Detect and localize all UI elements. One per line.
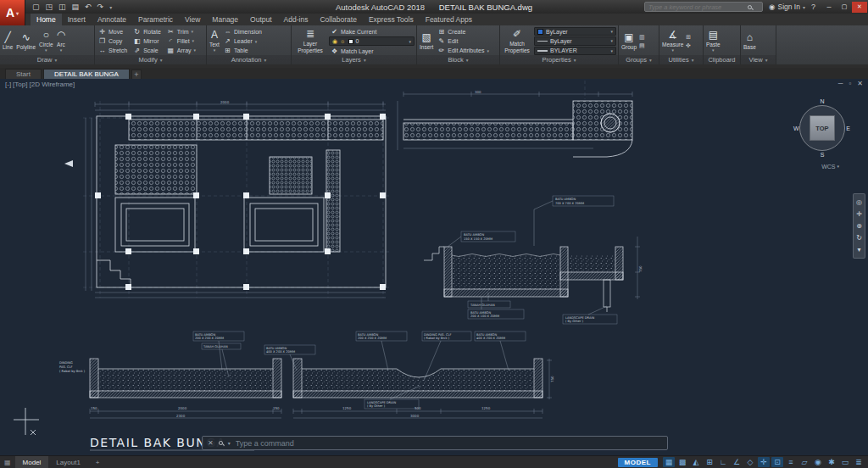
polyline-button[interactable]: ∿ Polyline: [15, 27, 36, 55]
tab-view[interactable]: View: [179, 14, 206, 25]
tab-featured-apps[interactable]: Featured Apps: [420, 14, 478, 25]
redo-icon[interactable]: ↷: [97, 3, 104, 11]
ungroup-icon[interactable]: ▥: [639, 34, 645, 41]
panel-properties-footer[interactable]: Properties ▾: [500, 55, 618, 64]
leader-button[interactable]: ↗ Leader ▾: [222, 37, 264, 46]
stretch-button[interactable]: ↔ Stretch: [97, 46, 129, 54]
maximize-button[interactable]: ▢: [837, 2, 852, 13]
match-layer-button[interactable]: ❖ Match Layer: [329, 47, 415, 55]
group-edit-icon[interactable]: ▤: [639, 42, 645, 49]
viewcube-south[interactable]: S: [821, 152, 825, 158]
tab-annotate[interactable]: Annotate: [92, 14, 132, 25]
object-snap-tracking-icon[interactable]: ✛: [758, 457, 770, 467]
mirror-button[interactable]: ◧ Mirror: [131, 36, 163, 45]
command-recent-icon[interactable]: ▾: [228, 440, 231, 446]
measure-button[interactable]: ∡ Measure ▾: [661, 27, 684, 55]
minimize-button[interactable]: ─: [821, 2, 837, 13]
grid-icon[interactable]: ▦: [663, 457, 675, 467]
tab-home[interactable]: Home: [31, 14, 62, 25]
viewcube-west[interactable]: W: [793, 125, 799, 131]
text-button[interactable]: A Text ▾: [209, 27, 220, 55]
rotate-button[interactable]: ↻ Rotate: [131, 27, 163, 36]
isodraft-icon[interactable]: ◇: [744, 457, 756, 467]
tab-manage[interactable]: Manage: [206, 14, 244, 25]
panel-layers-footer[interactable]: Layers ▾: [292, 55, 416, 64]
array-button[interactable]: ▦ Array ▾: [165, 46, 198, 54]
quick-access-caret-icon[interactable]: ▾: [109, 4, 112, 10]
plot-icon[interactable]: ▤: [72, 3, 80, 11]
ortho-icon[interactable]: ∟: [717, 457, 729, 467]
search-input[interactable]: [648, 3, 745, 11]
transparency-icon[interactable]: ▱: [798, 457, 810, 467]
snap-icon[interactable]: ▩: [676, 457, 688, 467]
arc-button[interactable]: ◠ Arc ▾: [56, 27, 66, 55]
viewcube-north[interactable]: N: [820, 98, 824, 104]
edit-attributes-button[interactable]: ✏ Edit Attributes ▾: [436, 47, 491, 55]
panel-annotation-footer[interactable]: Annotation ▾: [207, 55, 291, 64]
navbar-more-icon[interactable]: ▾: [857, 246, 860, 254]
add-layout-button[interactable]: +: [88, 456, 108, 468]
move-button[interactable]: ✛ Move: [97, 27, 129, 36]
search-icon[interactable]: [748, 5, 752, 9]
layout1-tab[interactable]: Layout1: [48, 456, 87, 468]
model-space-badge[interactable]: MODEL: [618, 458, 658, 467]
id-point-icon[interactable]: ✜: [686, 42, 691, 49]
command-input[interactable]: [236, 439, 662, 448]
pan-icon[interactable]: ✛: [856, 210, 862, 218]
file-tab-start[interactable]: Start: [5, 69, 42, 79]
help-search-box[interactable]: [644, 2, 763, 12]
paste-button[interactable]: ▤ Paste ▾: [705, 27, 721, 55]
viewcube-top-face[interactable]: TOP: [810, 115, 835, 141]
insert-button[interactable]: ▧ Insert: [419, 27, 434, 55]
create-block-button[interactable]: ⊞ Create: [436, 28, 491, 36]
group-button[interactable]: ▣ Group: [620, 27, 637, 55]
layout-tabs-menu-icon[interactable]: ▦: [0, 459, 15, 466]
tab-express-tools[interactable]: Express Tools: [363, 14, 420, 25]
sign-in-button[interactable]: ◉ Sign In ▾: [769, 3, 805, 11]
infer-constraints-icon[interactable]: ◭: [690, 457, 702, 467]
match-properties-button[interactable]: ✐ Match Properties: [502, 27, 532, 55]
lineweight-dropdown[interactable]: BYLAYER ▾: [534, 47, 616, 55]
tab-insert[interactable]: Insert: [62, 14, 92, 25]
dimension-button[interactable]: ⇔ Dimension: [222, 28, 264, 36]
quick-calc-icon[interactable]: ⊞: [686, 34, 691, 41]
file-tab-document[interactable]: DETAIL BAK BUNGA: [43, 69, 130, 79]
viewport-view-menu[interactable]: [Top]: [13, 81, 27, 88]
viewport-restore-icon[interactable]: ▫: [849, 80, 851, 87]
command-search-icon[interactable]: [219, 441, 223, 445]
linetype-dropdown[interactable]: ByLayer ▾: [534, 36, 616, 45]
drawing-viewport[interactable]: BATU AMBON 700 X 700 X 20MM BATU AMBON 1…: [0, 79, 868, 455]
panel-groups-footer[interactable]: Groups ▾: [619, 55, 659, 64]
command-line[interactable]: ✕ ▾: [202, 436, 668, 450]
steering-wheel-icon[interactable]: ◎: [856, 198, 862, 206]
panel-view-footer[interactable]: View ▾: [741, 55, 776, 64]
dynamic-input-icon[interactable]: ⊞: [704, 457, 715, 467]
undo-icon[interactable]: ↶: [85, 3, 92, 11]
wcs-menu[interactable]: WCS ▾: [821, 164, 839, 170]
viewcube[interactable]: TOP N S W E: [795, 101, 849, 155]
tab-collaborate[interactable]: Collaborate: [314, 14, 362, 25]
help-icon[interactable]: ?: [811, 3, 815, 11]
clean-screen-icon[interactable]: ▭: [839, 457, 851, 467]
customization-icon[interactable]: ≣: [853, 457, 865, 467]
make-current-button[interactable]: ✔ Make Current: [329, 27, 415, 36]
new-drawing-tab-button[interactable]: +: [131, 70, 142, 79]
viewcube-east[interactable]: E: [846, 125, 850, 131]
application-menu-button[interactable]: A ▾: [0, 0, 25, 25]
panel-modify-footer[interactable]: Modify ▾: [95, 55, 206, 64]
panel-block-footer[interactable]: Block ▾: [417, 55, 499, 64]
selection-cycling-icon[interactable]: ◉: [812, 457, 824, 467]
layer-properties-button[interactable]: ≣ Layer Properties: [293, 27, 327, 55]
viewport-minimize-icon[interactable]: ─: [838, 80, 843, 87]
object-snap-icon[interactable]: ⊡: [771, 457, 783, 467]
viewport-visual-style-menu[interactable]: [2D Wireframe]: [29, 81, 75, 88]
line-button[interactable]: ╱ Line: [2, 27, 14, 55]
open-icon[interactable]: ◳: [46, 3, 53, 11]
circle-button[interactable]: ○ Circle ▾: [38, 27, 54, 55]
table-button[interactable]: ⊞ Table: [222, 47, 264, 55]
base-button[interactable]: ⌂ Base: [743, 27, 757, 55]
scale-button[interactable]: ⇗ Scale: [131, 46, 163, 54]
viewport-control-menu[interactable]: [-]: [5, 81, 11, 88]
object-color-dropdown[interactable]: ByLayer ▾: [534, 27, 616, 36]
model-tab[interactable]: Model: [15, 456, 49, 468]
